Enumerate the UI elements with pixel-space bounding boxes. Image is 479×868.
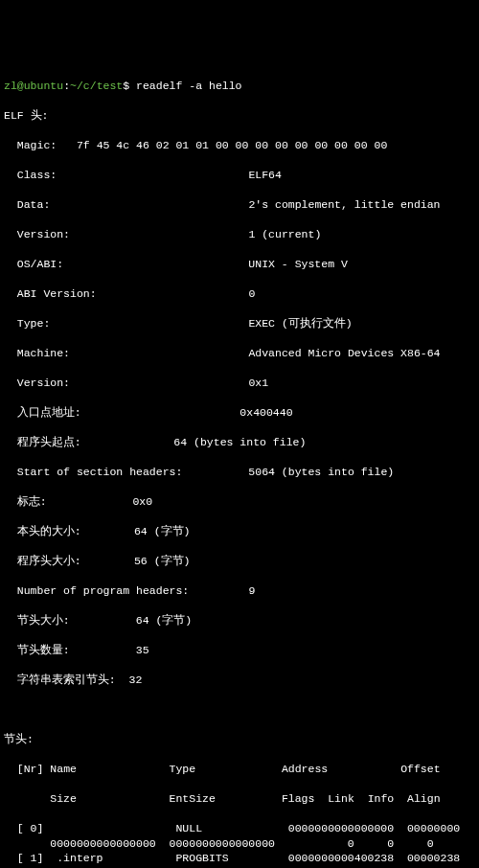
phoff-line: 程序头起点: 64 (bytes into file) [4,435,479,450]
magic-line: Magic: 7f 45 4c 46 02 01 01 00 00 00 00 … [4,138,479,153]
section-header-title: 节头: [4,732,479,747]
data-line: Data: 2's complement, little endian [4,197,479,213]
flags-line: 标志: 0x0 [4,494,479,510]
machine-line: Machine: Advanced Micro Devices X86-64 [4,346,479,361]
numsh-line: 节头数量: 35 [4,643,479,658]
class-line: Class: ELF64 [4,168,479,183]
osabi-line: OS/ABI: UNIX - System V [4,257,479,272]
section-rows: [ 0] NULL 0000000000000000 00000000 0000… [4,821,479,868]
shoff-line: Start of section headers: 5064 (bytes in… [4,465,479,480]
elf-header-title: ELF 头: [4,108,479,124]
command-text: readelf -a hello [136,80,241,92]
abiver-line: ABI Version: 0 [4,286,479,302]
prompt-user: zl@ubuntu [4,80,63,92]
prompt-line: zl@ubuntu:~/c/test$ readelf -a hello [4,79,479,94]
stridx-line: 字符串表索引节头: 32 [4,673,479,688]
section-header-cols1: [Nr] Name Type Address Offset [4,762,479,777]
entry-line: 入口点地址: 0x400440 [4,405,479,421]
shsz-line: 节头大小: 64 (字节) [4,613,479,628]
version-line: Version: 1 (current) [4,227,479,242]
prompt-path: ~/c/test [70,80,123,92]
type-line: Type: EXEC (可执行文件) [4,316,479,331]
numph-line: Number of program headers: 9 [4,583,479,599]
ehsz-line: 本头的大小: 64 (字节) [4,524,479,539]
section-header-cols2: Size EntSize Flags Link Info Align [4,791,479,807]
terminal-output[interactable]: zl@ubuntu:~/c/test$ readelf -a hello ELF… [4,63,479,868]
phsz-line: 程序头大小: 56 (字节) [4,554,479,569]
version2-line: Version: 0x1 [4,376,479,391]
